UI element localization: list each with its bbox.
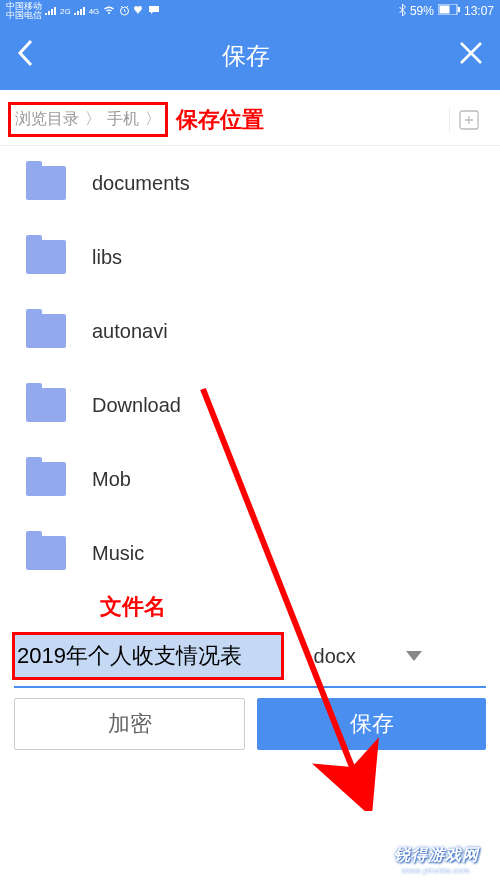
alarm-icon — [119, 5, 130, 18]
heart-icon — [133, 5, 145, 17]
fourg-badge: 4G — [89, 7, 100, 16]
signal-icon — [45, 5, 57, 17]
folder-icon — [26, 462, 66, 496]
bluetooth-icon — [399, 4, 406, 19]
annotation-save-location: 保存位置 — [176, 105, 264, 135]
breadcrumb[interactable]: 浏览目录 〉 手机 〉 — [8, 102, 168, 137]
breadcrumb-current: 手机 — [107, 109, 139, 130]
clock: 13:07 — [464, 4, 494, 18]
folder-name: Music — [92, 542, 144, 565]
carrier-2: 中国电信 — [6, 11, 42, 20]
folder-name: documents — [92, 172, 190, 195]
nav-bar: 保存 — [0, 22, 500, 90]
filename-row: 2019年个人收支情况表 .docx — [0, 628, 500, 686]
folder-item[interactable]: Mob — [0, 442, 500, 516]
folder-icon — [26, 314, 66, 348]
new-folder-button[interactable] — [449, 107, 488, 133]
svg-rect-3 — [458, 7, 460, 12]
folder-name: Download — [92, 394, 181, 417]
wifi-icon — [102, 5, 116, 17]
chat-icon — [148, 5, 160, 17]
extension-label: .docx — [308, 645, 356, 668]
chevron-down-icon — [406, 651, 422, 661]
watermark-url: www.ytruida.com — [376, 866, 496, 875]
status-bar: 中国移动 中国电信 2G 4G 59% 13:07 — [0, 0, 500, 22]
save-button[interactable]: 保存 — [257, 698, 486, 750]
extension-select[interactable]: .docx — [308, 645, 422, 668]
watermark: 锐得游戏网 www.ytruida.com — [376, 845, 496, 875]
folder-item[interactable]: documents — [0, 146, 500, 220]
encrypt-button[interactable]: 加密 — [14, 698, 245, 750]
back-button[interactable] — [16, 38, 34, 75]
breadcrumb-root: 浏览目录 — [15, 109, 79, 130]
chevron-right-icon: 〉 — [85, 109, 101, 130]
folder-icon — [26, 166, 66, 200]
annotation-filename-label: 文件名 — [0, 590, 500, 628]
battery-icon — [438, 4, 460, 18]
folder-list: documents libs autonavi Download Mob Mus… — [0, 146, 500, 590]
folder-item[interactable]: autonavi — [0, 294, 500, 368]
watermark-title: 锐得游戏网 — [376, 845, 496, 866]
close-button[interactable] — [458, 40, 484, 73]
folder-name: libs — [92, 246, 122, 269]
folder-item[interactable]: Download — [0, 368, 500, 442]
folder-name: Mob — [92, 468, 131, 491]
folder-icon — [26, 536, 66, 570]
page-title: 保存 — [222, 40, 270, 72]
signal-icon-2 — [74, 5, 86, 17]
svg-rect-2 — [439, 6, 449, 14]
net-badge: 2G — [60, 7, 71, 16]
folder-item[interactable]: Music — [0, 516, 500, 590]
folder-icon — [26, 388, 66, 422]
filename-input[interactable]: 2019年个人收支情况表 — [12, 632, 284, 680]
filename-underline — [14, 686, 486, 688]
folder-name: autonavi — [92, 320, 168, 343]
folder-icon — [26, 240, 66, 274]
chevron-right-icon: 〉 — [145, 109, 161, 130]
folder-item[interactable]: libs — [0, 220, 500, 294]
battery-percentage: 59% — [410, 4, 434, 18]
